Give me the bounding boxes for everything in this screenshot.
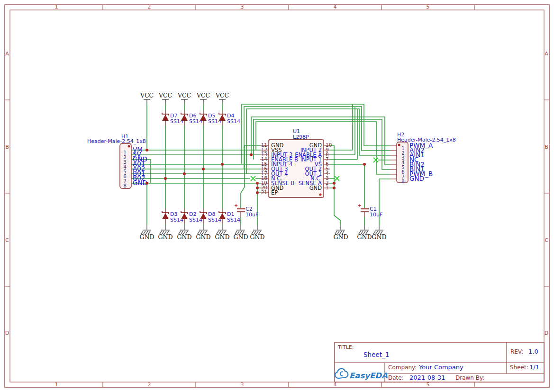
vcc-symbols[interactable]: VCC VCC VCC VCC VCC — [140, 92, 229, 103]
u1-pin-name: GND — [309, 185, 322, 191]
u1-marker — [319, 194, 322, 196]
h1-pin-number: 8 — [123, 183, 127, 188]
junction-dots — [145, 149, 366, 194]
frame-col-label: 4 — [334, 382, 337, 388]
u1-pin-number: 21 — [261, 189, 267, 195]
junction-dot — [221, 163, 224, 166]
sheet-value[interactable]: 1/1 — [529, 364, 539, 371]
gnd-symbol-glyphs — [141, 225, 383, 234]
easyeda-cloud-icon — [335, 369, 348, 378]
gnd-label: GND — [334, 233, 348, 241]
diodes-bottom[interactable]: D3 SS14 D2 SS14 D8 SS14 D1 SS14 — [162, 209, 240, 224]
junction-dot — [256, 182, 259, 185]
diode-body — [219, 115, 226, 121]
component-u1[interactable]: U1 L298P 11 12 13 14 15 16 17 18 19 20 2… — [261, 128, 332, 197]
h2-pin-number: 8 — [401, 178, 405, 184]
frame-col-label: 3 — [241, 4, 244, 10]
frame-col-label: 4 — [334, 4, 337, 10]
gnd-label: GND — [196, 233, 211, 241]
easyeda-logo: EasyEDA — [335, 369, 388, 380]
junction-dot — [202, 168, 205, 170]
frame-row-label: B — [5, 144, 9, 150]
frame-col-label: 2 — [148, 4, 151, 10]
sheet-label: Sheet: — [510, 364, 528, 371]
frame-col-label: 1 — [55, 4, 58, 10]
wire-h1-rows[interactable] — [131, 150, 260, 183]
diode-value: SS14 — [208, 217, 221, 223]
cap-plus-sign — [358, 204, 361, 207]
capacitor-c2[interactable]: C2 10uF — [235, 204, 258, 218]
cap-value: 10uF — [370, 212, 382, 218]
title-block: TITLE: Sheet_1 REV: 1.0 Company: Your Co… — [335, 342, 544, 382]
vcc-label: VCC — [140, 92, 154, 99]
easyeda-logo-text: EasyEDA — [349, 371, 388, 380]
frame-row-label: D — [5, 330, 9, 336]
gnd-label: GND — [234, 233, 248, 241]
frame-row-label: C — [545, 237, 548, 243]
vcc-label: VCC — [158, 92, 172, 99]
company-value[interactable]: Your Company — [418, 364, 463, 371]
diode-value: SS14 — [170, 217, 183, 223]
vcc-label: VCC — [177, 92, 191, 99]
gnd-label: GND — [177, 233, 192, 241]
cap-plates — [237, 209, 245, 212]
diode-body — [162, 115, 169, 121]
diode-body — [162, 213, 169, 219]
gnd-label: GND — [357, 233, 372, 241]
u1-pin-name: EP — [271, 189, 278, 196]
vcc-symbol-bars — [144, 99, 226, 103]
cap-plates — [361, 209, 369, 212]
junction-dot — [333, 187, 336, 189]
cap-plus-sign — [235, 204, 237, 207]
junction-dot — [363, 163, 366, 166]
vcc-label: VCC — [196, 92, 210, 99]
frame-col-label: 5 — [427, 382, 430, 388]
sheet-title[interactable]: Sheet_1 — [363, 351, 389, 358]
frame-row-label: B — [545, 144, 548, 150]
date-value[interactable]: 2021-08-31 — [409, 374, 445, 381]
schematic-canvas: 1 2 3 4 5 1 2 3 4 5 A B C D A B C D VCC … — [0, 0, 554, 392]
frame-col-label: 1 — [55, 382, 58, 388]
frame-row-label: A — [545, 51, 548, 57]
diode-value: SS14 — [227, 118, 240, 125]
h1-value: Header-Male-2.54_1x8 — [87, 138, 146, 144]
easyeda-cloud-swirl — [340, 372, 343, 375]
diode-value: SS14 — [208, 118, 221, 125]
junction-dot — [256, 191, 259, 194]
u1-pin-number: 1 — [326, 185, 329, 190]
drawn-by-label: Drawn By: — [455, 374, 484, 381]
junction-dot — [183, 172, 186, 175]
diodes-top[interactable]: D7 SS14 D6 SS14 D5 SS14 D4 SS14 — [162, 110, 240, 125]
diode-body — [219, 213, 226, 219]
gnd-label: GND — [250, 233, 265, 241]
wire-right-side[interactable] — [330, 105, 391, 225]
title-label: TITLE: — [337, 344, 354, 350]
vcc-label: VCC — [215, 92, 229, 99]
gnd-symbols[interactable]: GND GND GND GND GND GND GND GND GND GND — [140, 225, 387, 241]
diode-body — [200, 213, 207, 219]
diode-body — [200, 115, 207, 121]
net-label[interactable]: GND — [409, 175, 424, 182]
frame-row-label: C — [5, 237, 9, 243]
junction-dot — [145, 182, 148, 185]
gnd-label: GND — [372, 233, 387, 241]
u1-value: L298P — [293, 134, 309, 140]
junction-dot — [145, 149, 148, 151]
diode-value: SS14 — [227, 217, 240, 223]
h1-pin1-marker — [128, 145, 130, 148]
gnd-label: GND — [158, 233, 173, 241]
frame-row-label: A — [5, 51, 9, 57]
component-h2[interactable]: H2 Header-Male-2.54_1x8 1 2 3 4 5 6 7 8 … — [397, 132, 456, 184]
diode-value: SS14 — [189, 118, 202, 125]
diode-body — [181, 115, 188, 121]
h2-pin1-marker — [398, 144, 400, 146]
cap-value: 10uF — [245, 212, 258, 218]
diode-value: SS14 — [170, 118, 183, 125]
junction-dot — [333, 182, 336, 185]
component-h1[interactable]: H1 Header-Male-2.54_1x8 1 2 3 4 5 6 7 8 … — [87, 134, 147, 188]
diode-body — [181, 213, 188, 219]
net-label[interactable]: GND — [133, 179, 147, 187]
gnd-label: GND — [215, 233, 230, 241]
rev-value[interactable]: 1.0 — [528, 348, 538, 355]
rev-label: REV: — [510, 348, 523, 355]
